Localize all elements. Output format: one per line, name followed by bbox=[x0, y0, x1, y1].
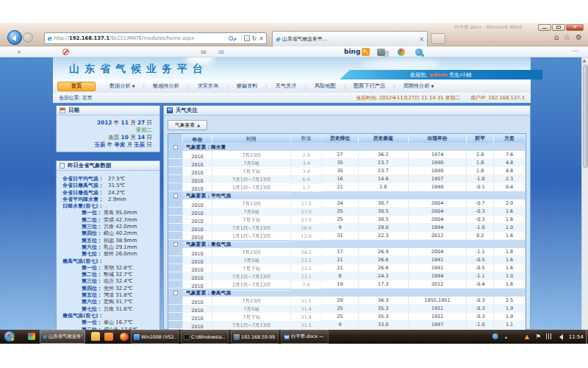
table-row[interactable]: 20107月下旬23.52126.61991-0.51.6 bbox=[168, 264, 526, 272]
table-row[interactable]: 20107月5候31.42535.31951-0.31.9 bbox=[168, 305, 526, 313]
compatibility-view-icon[interactable] bbox=[244, 35, 250, 41]
tab-close-icon[interactable]: × bbox=[419, 36, 424, 43]
nav-item-8[interactable]: 图面下行产品 bbox=[345, 82, 393, 90]
nav-item-5[interactable]: 整编资料 bbox=[229, 82, 266, 90]
taskbar-active-window[interactable]: e山东省气候业务平... bbox=[40, 330, 85, 344]
taskbar: e山东省气候业务平... Win2008 (VS2...C:\Windows\s… bbox=[0, 330, 588, 344]
table-row[interactable]: 20107月1日~7月23日23.1824.31994-1.11.0 bbox=[168, 272, 526, 280]
refresh-icon[interactable]: ↻ bbox=[252, 35, 257, 42]
magnifier-icon bbox=[363, 49, 366, 52]
tray-app-icon[interactable] bbox=[492, 333, 498, 339]
browser-toolbar: × ✉ ✉ bing ⋯ bbox=[0, 46, 588, 57]
weather-stat: 全省日最低气温：24.2℃ bbox=[57, 190, 158, 197]
table-row[interactable]: 20107月1日~7月23日26.9928.01994-1.01.0 bbox=[168, 224, 526, 232]
group-checkbox[interactable] bbox=[173, 291, 178, 295]
send-icon[interactable]: ✉ bbox=[218, 49, 224, 56]
taskbar-window-button[interactable]: W行干旱.docx — bbox=[281, 330, 329, 344]
group-checkbox[interactable] bbox=[173, 242, 178, 247]
table-row[interactable]: 20107月23日27.52430.72004-0.72.0 bbox=[168, 199, 526, 208]
ranking-item: 第六位：乳山 29.1mm bbox=[57, 244, 158, 251]
taskbar-window-button[interactable]: C:\Windows\s... bbox=[181, 330, 229, 344]
nav-item-2[interactable]: 数据分析▼ bbox=[101, 82, 143, 90]
page-scrollbar[interactable]: ▲ bbox=[581, 57, 588, 330]
stop-icon[interactable]: × bbox=[259, 35, 264, 42]
scrollbar-thumb[interactable] bbox=[583, 65, 588, 168]
table-row[interactable]: 20107月1日~7月23日31.5933.01997-1.01.1 bbox=[168, 321, 526, 329]
status-bar: 当前位置: 首页 当前时间: 2012年11月27日 11:14:31 星期二 … bbox=[53, 93, 531, 103]
table-row[interactable]: 20107月1日~7月23日6.91614.61957-1.02.3 bbox=[168, 175, 526, 183]
ranking-item: 第四位：崂山 40.2mm bbox=[57, 230, 158, 237]
nav-item-9[interactable]: 周期性分析▼ bbox=[395, 82, 442, 90]
maximize-button[interactable] bbox=[552, 24, 565, 31]
home-icon[interactable]: ⌂ bbox=[554, 33, 559, 41]
back-button[interactable] bbox=[7, 30, 22, 45]
minimize-button[interactable] bbox=[538, 24, 551, 31]
pinned-app-icon[interactable] bbox=[28, 333, 35, 340]
welcome-ribbon: 欢迎您,admin先生/小姐 bbox=[340, 70, 542, 79]
ranking-item: 第三位：莒南 42.0mm bbox=[57, 224, 158, 230]
group-checkbox[interactable] bbox=[173, 194, 178, 198]
folder-icon[interactable] bbox=[91, 333, 100, 341]
bing-logo[interactable]: bing bbox=[344, 48, 360, 55]
back-arrow-icon bbox=[12, 35, 16, 41]
calendar-panel-title: 日期 bbox=[68, 107, 79, 114]
toolbar-more-icon[interactable]: ⋯ bbox=[572, 47, 579, 54]
table-row[interactable]: 20101月1日~7月23日7.61917.32012-0.41.6 bbox=[168, 280, 526, 289]
toolbar-search-icon[interactable] bbox=[362, 48, 370, 56]
table-row[interactable]: 20101月1日~7月23日1.7212.81990-0.10.4 bbox=[168, 183, 526, 191]
nav-item-4[interactable]: 灾害查询 bbox=[189, 82, 226, 90]
taskbar-window-button[interactable]: 192.168.59.99... bbox=[231, 330, 279, 344]
toolbar-close-icon[interactable]: × bbox=[17, 49, 21, 55]
share-icon[interactable] bbox=[415, 49, 423, 56]
address-bar[interactable]: e http://192.168.137.1/SLCCLIMATE/module… bbox=[44, 32, 267, 44]
app-icon-round[interactable] bbox=[120, 333, 129, 341]
element-filter-button[interactable]: 气象要素▲ bbox=[168, 120, 207, 130]
nav-item-7[interactable]: 风险地图 bbox=[306, 82, 344, 90]
table-row[interactable]: 20107月5候3.43523.719901.84.8 bbox=[168, 159, 526, 167]
settings-icon[interactable]: ⚙ bbox=[576, 33, 582, 41]
network-icon[interactable] bbox=[546, 333, 553, 339]
calendar-icon bbox=[60, 107, 65, 113]
nav-item-1[interactable]: 首页 bbox=[57, 82, 96, 91]
table-row[interactable]: 20107月23日2.92736.219742.87.6 bbox=[168, 151, 526, 159]
browser-window: 行干旱.docx - Microsoft Word × e http://192… bbox=[0, 23, 588, 330]
search-icon[interactable] bbox=[229, 36, 233, 40]
table-row[interactable]: 20101月1日~7月23日12.03122.320120.21.6 bbox=[168, 232, 526, 240]
table-row[interactable]: 20107月23日24.21726.92004-1.11.8 bbox=[168, 248, 526, 256]
favorites-icon[interactable]: ☆ bbox=[564, 33, 570, 41]
ranking-item: 第四位：兖州 32.2℃ bbox=[57, 286, 158, 292]
table-row[interactable]: 20107月23日31.52936.31955,1951-0.32.5 bbox=[168, 297, 526, 305]
scroll-up-icon[interactable]: ▲ bbox=[583, 58, 586, 63]
group-checkbox[interactable] bbox=[173, 145, 178, 149]
forward-button[interactable] bbox=[23, 32, 33, 43]
cmd-icon bbox=[184, 334, 190, 340]
table-row[interactable]: 20107月下旬3.43523.719901.84.8 bbox=[168, 167, 526, 175]
ranking-item: 第一位：泰山 16.7℃ bbox=[57, 319, 158, 326]
weather-stat: 全省平均降水量：2.9mm bbox=[57, 197, 158, 203]
apps-icon[interactable] bbox=[398, 49, 405, 56]
start-button[interactable] bbox=[4, 330, 15, 342]
app-icon-orange[interactable] bbox=[104, 333, 113, 341]
word-icon: W bbox=[284, 334, 290, 340]
action-center-icon[interactable]: ⚑ bbox=[536, 333, 541, 340]
taskbar-window-button[interactable]: Win2008 (VS2... bbox=[131, 330, 179, 344]
screenshot-icon[interactable] bbox=[377, 49, 385, 56]
new-tab-button[interactable] bbox=[431, 33, 445, 44]
table-row[interactable]: 20107月下旬27.02530.52004-0.31.6 bbox=[168, 216, 526, 224]
mail-icon[interactable]: ✉ bbox=[201, 49, 207, 56]
nav-item-6[interactable]: 天气关注 bbox=[268, 82, 305, 90]
nav-item-3[interactable]: 敏感性分析 bbox=[145, 82, 187, 90]
volume-icon[interactable] bbox=[556, 334, 563, 340]
close-button[interactable]: × bbox=[566, 24, 584, 31]
browser-tab[interactable]: e 山东省气候业务平... × bbox=[272, 31, 428, 46]
tray-flame-icon[interactable]: ▲ bbox=[525, 333, 529, 340]
page-favicon: e bbox=[47, 35, 51, 42]
table-row[interactable]: 20107月5候27.02530.52004-0.31.6 bbox=[168, 208, 526, 216]
weather-stat: 全省日最高气温：31.5℃ bbox=[57, 183, 158, 189]
blocked-icon[interactable] bbox=[62, 49, 69, 55]
tray-expand-icon[interactable]: ▴ bbox=[505, 334, 507, 339]
url-text[interactable]: http://192.168.137.1/SLCCLIMATE/modules/… bbox=[54, 35, 194, 41]
taskbar-clock[interactable]: 11:54 bbox=[569, 334, 584, 340]
table-row[interactable]: 20107月5候23.52126.61991-0.51.6 bbox=[168, 256, 526, 264]
table-row[interactable]: 20107月下旬31.42535.31951-0.31.9 bbox=[168, 313, 526, 321]
